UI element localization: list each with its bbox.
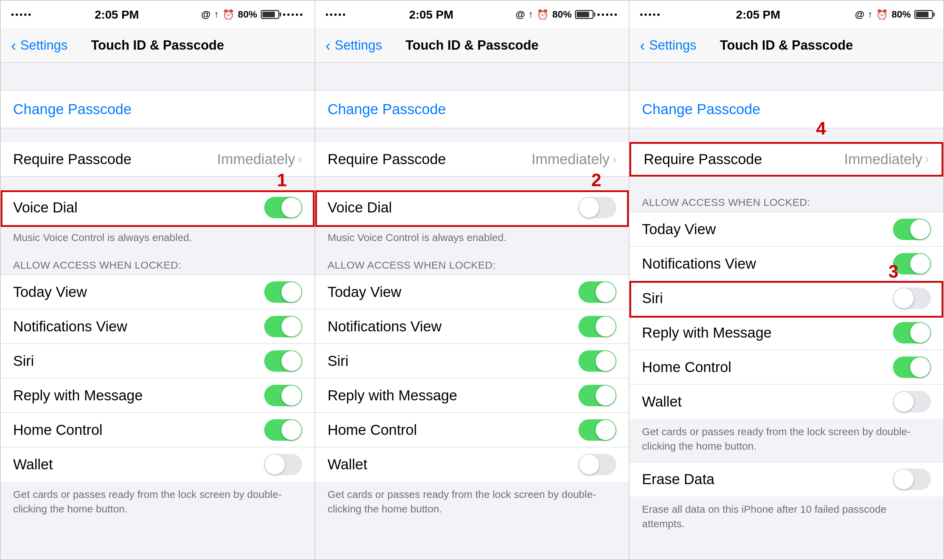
content-3: Change Passcode 4 Require Passcode Immed… (630, 63, 943, 559)
battery-icon-3 (914, 10, 933, 19)
erase-data-row-3[interactable]: Erase Data (630, 462, 943, 497)
voice-dial-row-2[interactable]: Voice Dial (315, 190, 629, 225)
wallet-row-1[interactable]: Wallet (1, 447, 314, 482)
voice-dial-container-1: 1 Voice Dial (1, 190, 314, 225)
back-button-1[interactable]: ‹ Settings (11, 37, 68, 54)
chevron-right-icon-1: › (298, 152, 302, 166)
back-button-2[interactable]: ‹ Settings (326, 37, 382, 54)
home-control-row-1[interactable]: Home Control (1, 413, 314, 447)
time-3: 2:05 PM (736, 8, 781, 22)
status-right-3: @ ↑ ⏰ 80% (855, 9, 933, 20)
signal-dots-3: ••••• (640, 10, 661, 19)
divider-2a (315, 128, 629, 142)
voice-dial-toggle-2[interactable] (578, 197, 616, 218)
divider-3b (630, 177, 943, 190)
voice-dial-toggle-1[interactable] (264, 197, 302, 218)
home-control-toggle-1[interactable] (264, 419, 302, 441)
wallet-toggle-1[interactable] (264, 454, 302, 475)
siri-toggle-3[interactable] (893, 288, 931, 309)
require-passcode-container-3: 4 Require Passcode Immediately › (630, 142, 943, 177)
voice-dial-label-2: Voice Dial (328, 199, 392, 216)
today-view-row-1[interactable]: Today View (1, 275, 314, 309)
phone-1: ••••• 2:05 PM @ ↑ ⏰ 80% ••••• ‹ Settings… (1, 1, 315, 559)
phone-3: ••••• 2:05 PM @ ↑ ⏰ 80% ‹ Settings Touch… (630, 1, 943, 559)
change-passcode-row-2[interactable]: Change Passcode (315, 90, 629, 128)
status-bar-3: ••••• 2:05 PM @ ↑ ⏰ 80% (630, 1, 943, 28)
notif-view-toggle-2[interactable] (578, 316, 616, 337)
require-passcode-value-2: Immediately › (531, 151, 616, 168)
annotation-2: 2 (591, 170, 601, 190)
today-view-toggle-2[interactable] (578, 282, 616, 303)
notif-view-row-1[interactable]: Notifications View (1, 309, 314, 344)
settings-group-3: Today View Notifications View 3 Siri (630, 212, 943, 419)
carrier-dots-1: ••••• (283, 10, 304, 19)
divider-2b (315, 177, 629, 190)
back-button-3[interactable]: ‹ Settings (640, 37, 696, 54)
wallet-toggle-2[interactable] (578, 454, 616, 475)
status-right-2: @ ↑ ⏰ 80% ••••• (516, 9, 618, 20)
phone-2: ••••• 2:05 PM @ ↑ ⏰ 80% ••••• ‹ Settings… (315, 1, 630, 559)
voice-dial-row-1[interactable]: Voice Dial (1, 190, 314, 225)
require-passcode-row-1[interactable]: Require Passcode Immediately › (1, 142, 314, 177)
home-control-label-2: Home Control (328, 422, 417, 438)
siri-toggle-1[interactable] (264, 350, 302, 372)
voice-dial-container-2: 2 Voice Dial (315, 190, 629, 225)
reply-row-1[interactable]: Reply with Message (1, 378, 314, 413)
carrier-dots-2: ••••• (597, 10, 618, 19)
today-view-row-3[interactable]: Today View (630, 212, 943, 246)
require-passcode-label-1: Require Passcode (13, 151, 131, 168)
alarm-icon-2: ⏰ (537, 9, 549, 20)
home-control-row-3[interactable]: Home Control (630, 350, 943, 385)
notif-view-row-2[interactable]: Notifications View (315, 309, 629, 344)
home-control-row-2[interactable]: Home Control (315, 413, 629, 447)
wallet-row-2[interactable]: Wallet (315, 447, 629, 482)
reply-toggle-2[interactable] (578, 385, 616, 406)
wallet-label-3: Wallet (642, 394, 682, 410)
back-label-1: Settings (20, 38, 68, 53)
wallet-sub-text-2: Get cards or passes ready from the lock … (315, 482, 629, 525)
wallet-toggle-3[interactable] (893, 391, 931, 412)
nav-bar-3: ‹ Settings Touch ID & Passcode (630, 28, 943, 63)
change-passcode-row-3[interactable]: Change Passcode (630, 90, 943, 128)
require-passcode-text-1: Immediately (217, 151, 295, 168)
reply-row-2[interactable]: Reply with Message (315, 378, 629, 413)
wallet-row-3[interactable]: Wallet (630, 385, 943, 419)
reply-row-3[interactable]: Reply with Message (630, 315, 943, 350)
require-passcode-text-2: Immediately (531, 151, 610, 168)
reply-toggle-1[interactable] (264, 385, 302, 406)
today-view-toggle-1[interactable] (264, 282, 302, 303)
home-control-toggle-2[interactable] (578, 419, 616, 441)
chevron-back-icon-2: ‹ (326, 37, 331, 54)
siri-toggle-2[interactable] (578, 350, 616, 372)
require-passcode-value-1: Immediately › (217, 151, 302, 168)
battery-icon-1 (261, 10, 279, 19)
siri-row-3[interactable]: Siri (630, 281, 943, 315)
require-passcode-row-2[interactable]: Require Passcode Immediately › (315, 142, 629, 177)
today-view-toggle-3[interactable] (893, 218, 931, 240)
nav-title-2: Touch ID & Passcode (406, 38, 539, 53)
change-passcode-row-1[interactable]: Change Passcode (1, 90, 314, 128)
section-header-top-3 (630, 63, 943, 90)
reply-label-2: Reply with Message (328, 387, 457, 404)
siri-row-1[interactable]: Siri (1, 344, 314, 378)
change-passcode-link-2[interactable]: Change Passcode (328, 101, 446, 117)
home-control-label-3: Home Control (642, 359, 731, 375)
alarm-icon-3: ⏰ (876, 9, 888, 20)
change-passcode-link-3[interactable]: Change Passcode (642, 101, 760, 117)
require-passcode-label-2: Require Passcode (328, 151, 446, 168)
reply-toggle-3[interactable] (893, 322, 931, 343)
sub-text-1: Music Voice Control is always enabled. (1, 225, 314, 253)
change-passcode-link-1[interactable]: Change Passcode (13, 101, 131, 117)
section-label-2: ALLOW ACCESS WHEN LOCKED: (315, 253, 629, 274)
home-control-toggle-3[interactable] (893, 357, 931, 378)
notif-view-toggle-1[interactable] (264, 316, 302, 337)
erase-data-toggle-3[interactable] (893, 469, 931, 490)
notif-view-toggle-3[interactable] (893, 253, 931, 274)
wallet-label-2: Wallet (328, 456, 367, 473)
require-passcode-row-3[interactable]: Require Passcode Immediately › (630, 142, 943, 177)
status-left-3: ••••• (640, 10, 661, 19)
require-passcode-text-3: Immediately (844, 151, 922, 168)
siri-container-3: 3 Siri (630, 281, 943, 315)
today-view-row-2[interactable]: Today View (315, 275, 629, 309)
siri-row-2[interactable]: Siri (315, 344, 629, 378)
